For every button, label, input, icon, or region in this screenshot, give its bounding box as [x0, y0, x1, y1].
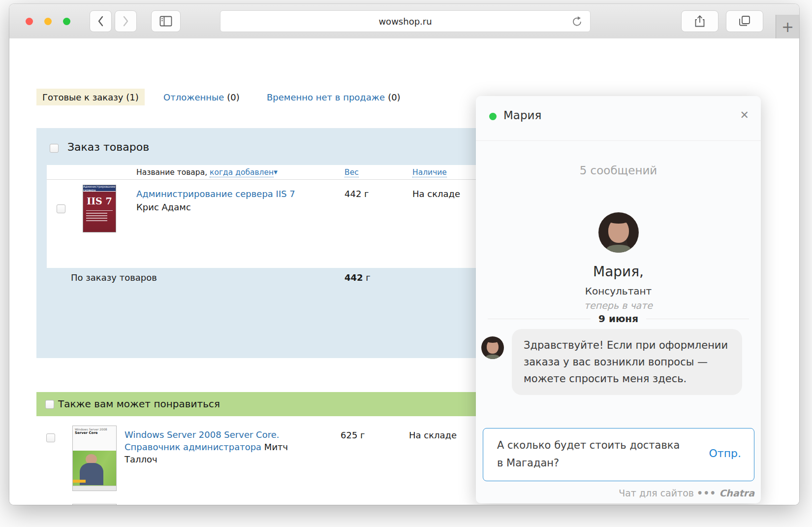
col-sort-link[interactable]: когда добавлен [210, 168, 274, 177]
tabs-overview-icon [738, 15, 751, 28]
online-status-dot [489, 113, 497, 120]
chat-widget: Мария ✕ 5 сообщений Мария, Консультант т… [476, 96, 761, 503]
forward-button[interactable] [115, 10, 137, 32]
share-button[interactable] [681, 10, 718, 32]
close-icon: ✕ [740, 109, 749, 121]
chat-date: 9 июня [591, 313, 646, 325]
chat-footer-text: Чат для сайтов [619, 488, 694, 498]
product-stock: На складе [412, 189, 460, 199]
chat-send-button[interactable]: Отпр. [709, 447, 741, 460]
rec-cover-photo [73, 451, 116, 486]
chat-input-box: А сколько будет стоить доставка в Магада… [483, 428, 754, 481]
divider-line [646, 319, 749, 319]
browser-window: wowshop.ru [9, 4, 799, 505]
chat-close-button[interactable]: ✕ [740, 109, 749, 121]
url-field[interactable]: wowshop.ru [220, 10, 591, 32]
col-name-label: Название товара, [136, 168, 207, 177]
url-text: wowshop.ru [378, 16, 432, 27]
tabs-overview-button[interactable] [726, 10, 763, 32]
divider-line [488, 319, 591, 319]
recommendations-title: Также вам может понравиться [58, 398, 220, 410]
rec-cover-line2: Server Core [75, 431, 114, 435]
rec-stock: На складе [409, 430, 457, 440]
chat-header: Мария ✕ [476, 96, 761, 141]
chevron-right-icon [123, 16, 129, 27]
traffic-light-zoom[interactable] [63, 18, 70, 25]
cover-decor-lines [86, 210, 113, 221]
chat-message-bubble: Здравствуйте! Если при оформлении заказа… [512, 329, 742, 395]
chat-message-avatar [481, 336, 504, 359]
plus-icon: + [781, 18, 794, 35]
tab-unavailable-label: Временно нет в продаже [267, 92, 385, 102]
tab-unavailable[interactable]: Временно нет в продаже (0) [267, 89, 401, 105]
chat-profile-status: теперь в чате [476, 300, 761, 311]
sidebar-toggle-button[interactable] [151, 10, 181, 32]
product-title-link[interactable]: Администрирование сервера IIS 7 [136, 189, 333, 199]
chat-agent-name: Мария [503, 109, 541, 122]
tab-deferred-count: (0) [227, 92, 240, 102]
chat-messages-count: 5 сообщений [476, 164, 761, 177]
product-author: Крис Адамс [136, 202, 191, 212]
tab-ready-count: (1) [126, 92, 139, 102]
rec-cover[interactable]: Windows Server 2008 Server Core [72, 426, 117, 491]
traffic-light-close[interactable] [26, 18, 33, 25]
browser-toolbar: wowshop.ru [9, 4, 799, 39]
chatra-logo-dots: ••• [697, 488, 716, 498]
summary-label: По заказу товаров [71, 272, 157, 283]
new-tab-button[interactable]: + [776, 15, 799, 38]
sidebar-icon [159, 16, 172, 27]
traffic-light-minimize[interactable] [44, 18, 52, 25]
tab-deferred[interactable]: Отложенные (0) [163, 89, 240, 105]
rec-cover[interactable]: Internet Security and Acceleration Serve… [72, 504, 117, 505]
order-panel-title: Заказ товаров [67, 141, 149, 153]
chevron-left-icon [97, 16, 104, 27]
cover-title: IIS 7 [83, 196, 116, 206]
summary-unit: г [366, 272, 370, 283]
select-all-checkbox[interactable] [50, 144, 59, 153]
recs-select-checkbox[interactable] [45, 400, 54, 409]
rec-title-block: Windows Server 2008 Server Core. Справоч… [125, 428, 294, 465]
rec-checkbox[interactable] [46, 433, 55, 442]
chat-input[interactable]: А сколько будет стоить доставка в Магада… [496, 435, 690, 476]
tab-deferred-label: Отложенные [163, 92, 224, 102]
col-stock-link[interactable]: Наличие [412, 168, 447, 177]
col-weight-link[interactable]: Вес [344, 168, 359, 177]
screenshot-stage: wowshop.ru [0, 0, 812, 527]
product-cover[interactable]: Администрирование сервера IIS 7 [83, 185, 116, 232]
chat-profile-role: Консультант [476, 285, 761, 297]
tab-ready-label: Готовые к заказу [42, 92, 123, 102]
reload-icon[interactable] [571, 15, 583, 30]
product-weight: 442 г [344, 189, 369, 199]
summary-value: 442 [344, 272, 363, 283]
rec-cover-line1: Windows Server 2008 [75, 428, 114, 431]
chat-date-divider: 9 июня [488, 313, 749, 325]
product-checkbox[interactable] [57, 204, 65, 213]
chat-footer[interactable]: Чат для сайтов•••Chatra [619, 488, 754, 498]
tab-ready-to-order[interactable]: Готовые к заказу (1) [36, 89, 145, 105]
rec-weight: 625 г [341, 430, 365, 440]
chat-profile-avatar [598, 212, 639, 253]
tab-unavailable-count: (0) [388, 92, 401, 102]
cover-top-label: Администрирование сервера [83, 185, 116, 192]
share-icon [694, 15, 705, 28]
chatra-brand: Chatra [719, 488, 754, 498]
chat-profile-name: Мария, [476, 264, 761, 280]
rec-title-link[interactable]: Windows Server 2008 Server Core. Справоч… [125, 429, 279, 452]
sort-arrow-icon: ▼ [274, 169, 278, 175]
back-button[interactable] [90, 10, 112, 32]
summary-value-cell: 442 г [344, 272, 371, 283]
